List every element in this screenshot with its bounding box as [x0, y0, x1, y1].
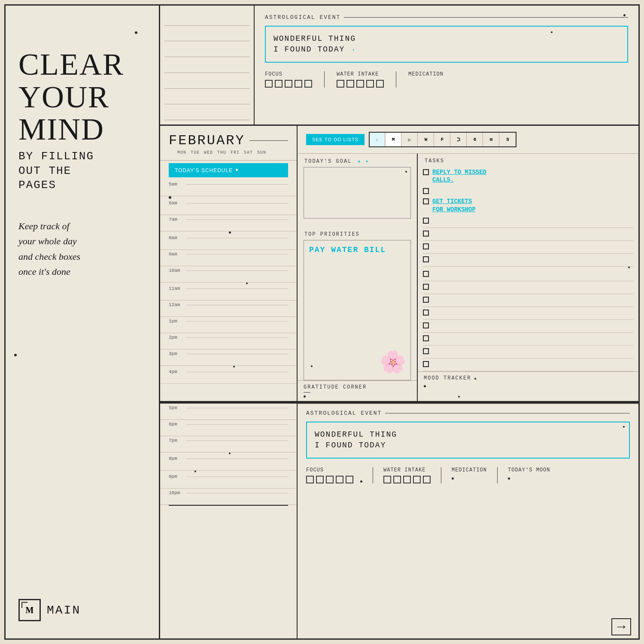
day-thu: Thu: [217, 150, 226, 155]
task-line-4: [423, 254, 633, 267]
main-headline: Clear Your Mind: [18, 49, 146, 146]
wonderful-bottom-line1: Wonderful Thing: [315, 430, 397, 439]
task-line-cb-3[interactable]: [423, 243, 429, 249]
water-b-box-5[interactable]: [423, 476, 431, 483]
task-line-cb-11[interactable]: [423, 348, 429, 354]
headline-line3: Mind: [18, 112, 104, 146]
water-b-box-1[interactable]: [383, 476, 391, 483]
water-box-2[interactable]: [346, 80, 354, 88]
priority-text: PAY WATER BILL: [304, 240, 410, 259]
gratitude-arrow: [304, 392, 310, 393]
water-b-box-3[interactable]: [403, 476, 411, 483]
focus-box-2[interactable]: [275, 80, 283, 88]
wonderful-bottom-line2: I Found Today: [315, 441, 386, 450]
time-slot-3pm: 3pm: [160, 349, 297, 366]
description-text: Keep track of your whole day and check b…: [18, 219, 146, 279]
headline-line2: Your: [18, 80, 109, 114]
task-line-cb-4[interactable]: [423, 256, 429, 262]
day-tab-6[interactable]: 6: [468, 133, 483, 146]
day-sat: Sat: [244, 150, 253, 155]
day-tab-c[interactable]: Ↄ: [451, 133, 467, 146]
today-schedule-button[interactable]: Today's Schedule •: [169, 163, 288, 177]
task-line-cb-2[interactable]: [423, 231, 429, 237]
day-tab-w[interactable]: W: [419, 133, 434, 146]
task-line-cb-8[interactable]: [423, 310, 429, 316]
task-item-3: GET TICKETSFOR WORKSHOP: [418, 196, 638, 215]
task-line-3: [423, 241, 633, 254]
water-boxes: [337, 80, 384, 88]
line-2: [164, 26, 249, 42]
medication-tracker: Medication: [408, 71, 444, 77]
task-checkbox-2[interactable]: [423, 188, 429, 194]
desc-line2: your whole day: [18, 236, 77, 246]
focus-tracker: Focus: [265, 71, 312, 88]
desc-line4: once it's done: [18, 266, 70, 277]
time-slot-9pm: 9pm: [160, 472, 297, 489]
goal-label: Today's Goal: [304, 158, 352, 164]
task-line-cb-7[interactable]: [423, 297, 429, 303]
task-checkbox-1[interactable]: [423, 169, 429, 175]
task-line-11: [423, 346, 633, 358]
task-text-2: GET TICKETSFOR WORKSHOP: [432, 197, 476, 213]
top-section: Astrological Event Wonderful Thing I Fou…: [160, 6, 638, 126]
water-box-5[interactable]: [376, 80, 384, 88]
day-tab-ms[interactable]: m: [484, 133, 499, 146]
focus-b-box-3[interactable]: [326, 476, 334, 483]
focus-box-4[interactable]: [295, 80, 302, 88]
task-line-10: [423, 333, 633, 346]
day-tab-m[interactable]: M: [386, 133, 401, 146]
see-todos-button[interactable]: See To Do Lists: [306, 134, 365, 145]
focus-box-3[interactable]: [285, 80, 292, 88]
water-tracker-bottom: Water Intake: [383, 467, 431, 483]
focus-b-box-1[interactable]: [306, 476, 314, 483]
focus-box-5[interactable]: [304, 80, 312, 88]
tracker-divider-bottom-1: [373, 467, 373, 483]
water-box-4[interactable]: [366, 80, 374, 88]
desc-line3: and check boxes: [18, 251, 80, 262]
gratitude-dot: [304, 395, 306, 398]
next-page-button[interactable]: →: [611, 618, 631, 635]
main-planner: February Mon Tue Wed Thu Fri Sat Sun Tod…: [160, 126, 638, 402]
day-tab-f[interactable]: F: [435, 133, 450, 146]
day-tab-s[interactable]: S: [500, 133, 516, 146]
focus-boxes-bottom: [306, 476, 353, 483]
time-slot-8am: 8am: [160, 234, 297, 250]
task-line-cb-10[interactable]: [423, 335, 429, 341]
right-area: Astrological Event Wonderful Thing I Fou…: [160, 6, 638, 638]
task-checkbox-3[interactable]: [423, 198, 429, 204]
flower-decoration: 🌸: [380, 349, 406, 376]
water-b-box-2[interactable]: [393, 476, 401, 483]
day-tab-play[interactable]: ▷: [402, 133, 418, 146]
task-line-cb-12[interactable]: [423, 361, 429, 367]
water-box-1[interactable]: [337, 80, 344, 88]
daily-body: Today's Goal ★ ✦ Top Priorities PAY WATE…: [298, 154, 638, 401]
bottom-astro: Astrological Event Wonderful Thing I Fou…: [298, 404, 638, 489]
focus-label-bottom: Focus: [306, 467, 353, 473]
focus-box-1[interactable]: [265, 80, 273, 88]
bottom-logo: M Main: [18, 599, 81, 621]
tracker-divider-1: [324, 71, 325, 88]
goals-column: Today's Goal ★ ✦ Top Priorities PAY WATE…: [298, 154, 418, 401]
task-line-cb-9[interactable]: [423, 322, 429, 328]
task-line-cb-6[interactable]: [423, 284, 429, 290]
task-line-cb-1[interactable]: [423, 218, 429, 224]
month-title: February: [169, 133, 288, 149]
tasks-column: Tasks REPLY TO MISSEDCALLS. GET TICKETSF…: [418, 154, 638, 401]
day-tab-star[interactable]: ☆: [370, 133, 385, 146]
priorities-box: PAY WATER BILL 🌸: [304, 240, 411, 380]
water-b-box-4[interactable]: [413, 476, 421, 483]
decorative-dot-1: [135, 31, 137, 34]
top-left-lines: [160, 6, 255, 125]
focus-b-box-4[interactable]: [336, 476, 343, 483]
water-boxes-bottom: [383, 476, 431, 483]
task-line-cb-5[interactable]: [423, 271, 429, 277]
focus-b-box-2[interactable]: [316, 476, 324, 483]
focus-b-box-5[interactable]: [346, 476, 353, 483]
wonderful-title-top: Wonderful Thing I Found Today •: [273, 33, 620, 55]
line-5: [164, 73, 249, 89]
goals-box[interactable]: [304, 167, 411, 219]
water-box-3[interactable]: [356, 80, 364, 88]
task-line-6: [423, 281, 633, 294]
time-slot-7am: 7am: [160, 215, 297, 231]
medication-label: Medication: [408, 71, 444, 77]
